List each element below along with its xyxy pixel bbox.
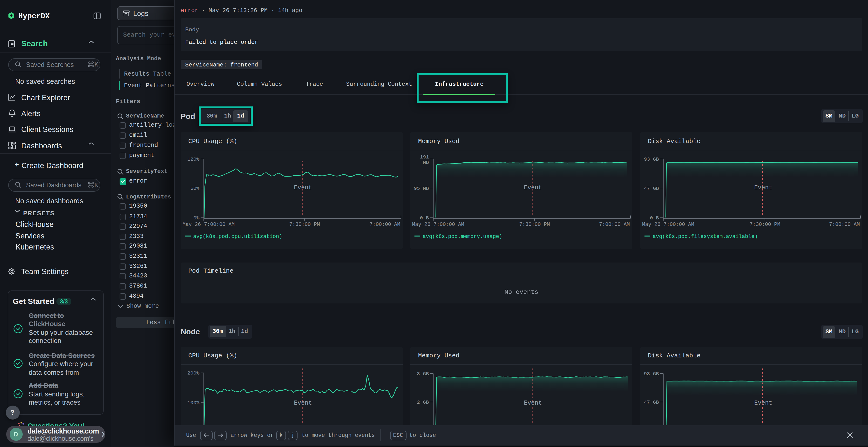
svg-text:0 B: 0 B — [650, 215, 659, 221]
svg-text:Event: Event — [294, 184, 312, 191]
svg-text:47 GB: 47 GB — [644, 186, 659, 191]
svg-text:47 GB: 47 GB — [644, 400, 659, 405]
svg-text:Event: Event — [754, 184, 772, 191]
svg-text:K: K — [94, 61, 98, 67]
svg-text:3 GB: 3 GB — [417, 371, 429, 377]
svg-text:May 26 7:00:00 AM: May 26 7:00:00 AM — [642, 221, 694, 227]
svg-text:93 GB: 93 GB — [644, 157, 659, 162]
svg-text:7:00:00 AM: 7:00:00 AM — [599, 221, 630, 227]
svg-text:avg(k8s.pod.filesystem.availab: avg(k8s.pod.filesystem.available) — [652, 234, 757, 240]
svg-text:7:30:00 PM: 7:30:00 PM — [519, 221, 550, 227]
svg-text:0%: 0% — [193, 215, 199, 221]
svg-text:95 MB: 95 MB — [414, 186, 429, 191]
svg-text:7:00:00 AM: 7:00:00 AM — [829, 221, 860, 227]
svg-text:0 B: 0 B — [420, 215, 429, 221]
svg-text:100%: 100% — [187, 400, 199, 406]
svg-text:Event: Event — [524, 400, 542, 407]
svg-text:K: K — [94, 182, 98, 188]
svg-text:Event: Event — [754, 400, 772, 407]
svg-text:7:30:00 PM: 7:30:00 PM — [289, 221, 320, 227]
svg-text:93 GB: 93 GB — [644, 371, 659, 377]
svg-text:avg(k8s.pod.cpu.utilization): avg(k8s.pod.cpu.utilization) — [193, 234, 282, 240]
svg-text:7:00:00 AM: 7:00:00 AM — [369, 221, 400, 227]
svg-text:avg(k8s.pod.memory.usage): avg(k8s.pod.memory.usage) — [423, 234, 502, 240]
svg-text:MB: MB — [423, 160, 429, 165]
svg-text:May 26 7:00:00 AM: May 26 7:00:00 AM — [182, 221, 235, 227]
svg-text:7:30:00 PM: 7:30:00 PM — [749, 221, 780, 227]
svg-text:200%: 200% — [187, 370, 199, 376]
svg-text:Event: Event — [524, 184, 542, 191]
svg-text:May 26 7:00:00 AM: May 26 7:00:00 AM — [412, 221, 464, 227]
svg-text:Event: Event — [294, 400, 312, 407]
svg-text:191: 191 — [420, 154, 429, 160]
svg-text:2 GB: 2 GB — [417, 400, 429, 405]
svg-text:120%: 120% — [187, 157, 199, 162]
svg-text:60%: 60% — [190, 186, 199, 191]
